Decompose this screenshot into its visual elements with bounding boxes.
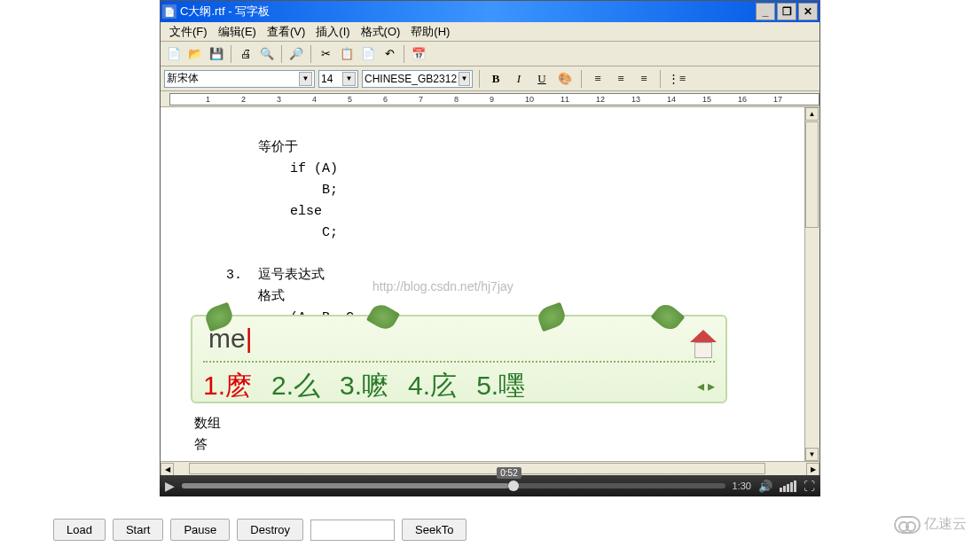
brand-text: 亿速云: [924, 515, 967, 534]
open-icon[interactable]: 📂: [185, 44, 205, 64]
dropdown-icon[interactable]: ▼: [342, 72, 356, 86]
menu-view[interactable]: 查看(V): [262, 22, 310, 42]
fullscreen-icon[interactable]: ⛶: [804, 480, 815, 493]
separator: [310, 45, 311, 63]
seek-input[interactable]: [310, 520, 395, 541]
doc-line: 3. 逗号表达式: [178, 268, 325, 283]
doc-line: 答: [178, 438, 208, 453]
separator: [231, 45, 231, 63]
font-selector[interactable]: 新宋体 ▼: [164, 70, 315, 88]
start-button[interactable]: Start: [113, 519, 163, 541]
color-button[interactable]: 🎨: [555, 69, 575, 89]
document-text[interactable]: 等价于 if (A) B; else C; 3. 逗号表达式 格式 (A, B,…: [161, 107, 804, 461]
ruler[interactable]: 1 2 3 4 5 6 7 8 9 10 11 12 13 14 15 16 1…: [161, 91, 819, 107]
size-value: 14: [321, 73, 333, 85]
separator: [660, 70, 661, 88]
font-value: 新宋体: [167, 71, 199, 86]
progress-handle[interactable]: [508, 481, 519, 491]
scroll-left-icon[interactable]: ◀: [161, 463, 174, 476]
scroll-thumb[interactable]: [805, 121, 819, 228]
maximize-button[interactable]: ❐: [777, 3, 796, 20]
print-icon[interactable]: 🖨: [236, 44, 255, 64]
brand-icon: [894, 516, 921, 534]
datetime-icon[interactable]: 📅: [409, 44, 428, 64]
separator: [404, 45, 404, 63]
doc-line: 等价于: [178, 140, 298, 155]
separator: [581, 70, 582, 88]
underline-button[interactable]: U: [532, 69, 552, 89]
volume-icon[interactable]: 🔊: [758, 480, 772, 493]
next-page-icon[interactable]: ▸: [708, 378, 715, 395]
ime-panel[interactable]: me| 1.麽 2.么 3.嚒 4.庅 5.嚜 ◂ ▸: [191, 315, 727, 403]
ruler-scale: 1 2 3 4 5 6 7 8 9 10 11 12 13 14 15 16 1…: [169, 93, 819, 105]
scroll-right-icon[interactable]: ▶: [806, 463, 819, 476]
bullets-icon[interactable]: ⋮≡: [667, 69, 686, 89]
house-decoration-icon: [690, 330, 717, 361]
undo-icon[interactable]: ↶: [380, 44, 399, 64]
italic-button[interactable]: I: [509, 69, 529, 89]
scroll-up-icon[interactable]: ▲: [805, 107, 819, 121]
new-icon[interactable]: 📄: [164, 44, 184, 64]
formatbar: 新宋体 ▼ 14 ▼ CHINESE_GB2312 ▼ B I U 🎨 ≡ ≡ …: [161, 66, 819, 91]
close-button[interactable]: ✕: [798, 3, 818, 20]
load-button[interactable]: Load: [53, 519, 106, 541]
brand-logo: 亿速云: [894, 515, 967, 534]
charset-value: CHINESE_GB2312: [365, 73, 457, 85]
ime-divider: [203, 361, 715, 363]
menu-file[interactable]: 文件(F): [164, 22, 213, 42]
menubar: 文件(F) 编辑(E) 查看(V) 插入(I) 格式(O) 帮助(H): [161, 22, 819, 42]
align-center-icon[interactable]: ≡: [611, 69, 631, 89]
titlebar[interactable]: 📄 C大纲.rtf - 写字板 _ ❐ ✕: [161, 1, 819, 22]
ime-candidate-4[interactable]: 4.庅: [408, 368, 457, 404]
ime-candidate-2[interactable]: 2.么: [271, 368, 320, 404]
ime-nav: ◂ ▸: [697, 378, 715, 395]
doc-line: else: [178, 204, 322, 219]
dropdown-icon[interactable]: ▼: [299, 72, 312, 86]
preview-icon[interactable]: 🔍: [257, 44, 277, 64]
hscroll-track[interactable]: [174, 463, 806, 476]
content-area: 等价于 if (A) B; else C; 3. 逗号表达式 格式 (A, B,…: [161, 107, 819, 461]
bold-button[interactable]: B: [486, 69, 506, 89]
volume-bars[interactable]: [780, 481, 796, 492]
scroll-down-icon[interactable]: ▼: [805, 448, 819, 461]
menu-edit[interactable]: 编辑(E): [213, 22, 262, 42]
ime-candidate-1[interactable]: 1.麽: [203, 368, 252, 404]
find-icon[interactable]: 🔎: [286, 44, 306, 64]
prev-page-icon[interactable]: ◂: [697, 378, 704, 395]
align-left-icon[interactable]: ≡: [588, 69, 608, 89]
vertical-scrollbar[interactable]: ▲ ▼: [804, 107, 819, 461]
save-icon[interactable]: 💾: [207, 44, 226, 64]
ime-candidate-5[interactable]: 5.嚜: [476, 368, 525, 404]
app-icon: 📄: [162, 4, 176, 19]
separator: [281, 45, 282, 63]
wordpad-window: 📄 C大纲.rtf - 写字板 _ ❐ ✕ 文件(F) 编辑(E) 查看(V) …: [160, 0, 820, 496]
menu-format[interactable]: 格式(O): [356, 22, 406, 42]
toolbar: 📄 📂 💾 🖨 🔍 🔎 ✂ 📋 📄 ↶ 📅: [161, 42, 819, 66]
destroy-button[interactable]: Destroy: [237, 519, 303, 541]
minimize-button[interactable]: _: [756, 3, 775, 20]
ime-candidate-3[interactable]: 3.嚒: [340, 368, 388, 404]
doc-line: B;: [178, 183, 338, 198]
total-time: 1:30: [733, 481, 751, 491]
play-button-icon[interactable]: ▶: [165, 479, 175, 493]
doc-line: if (A): [178, 161, 338, 176]
charset-selector[interactable]: CHINESE_GB2312 ▼: [362, 70, 473, 88]
progress-bar[interactable]: 0:52: [182, 483, 725, 488]
menu-insert[interactable]: 插入(I): [310, 22, 355, 42]
paste-icon[interactable]: 📄: [358, 44, 378, 64]
seekto-button[interactable]: SeekTo: [402, 519, 466, 541]
horizontal-scrollbar[interactable]: ◀ ▶: [161, 461, 819, 476]
doc-line: 格式: [178, 289, 285, 304]
menu-help[interactable]: 帮助(H): [405, 22, 455, 42]
dropdown-icon[interactable]: ▼: [459, 72, 470, 86]
hscroll-thumb[interactable]: [189, 463, 765, 474]
pause-button[interactable]: Pause: [170, 519, 230, 541]
align-right-icon[interactable]: ≡: [634, 69, 654, 89]
cut-icon[interactable]: ✂: [316, 44, 335, 64]
doc-line: 数组: [178, 417, 221, 432]
ime-input-text: me|: [203, 322, 715, 356]
ime-candidates: 1.麽 2.么 3.嚒 4.庅 5.嚜 ◂ ▸: [203, 368, 715, 404]
copy-icon[interactable]: 📋: [337, 44, 357, 64]
size-selector[interactable]: 14 ▼: [318, 70, 358, 88]
video-controls: ▶ 0:52 1:30 🔊 ⛶: [160, 475, 820, 496]
